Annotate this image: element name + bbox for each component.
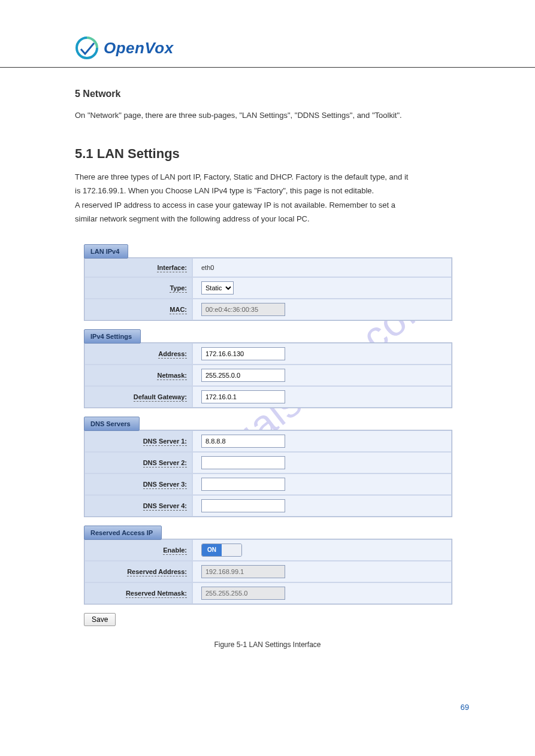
page-header: OpenVox bbox=[0, 0, 535, 68]
row-mac: MAC: bbox=[84, 299, 452, 320]
panel-heading-ipv4-settings: IPv4 Settings bbox=[84, 329, 141, 344]
brand-logo: OpenVox bbox=[75, 36, 484, 60]
mac-input bbox=[201, 303, 285, 316]
dns1-input[interactable] bbox=[201, 435, 285, 448]
gateway-input[interactable] bbox=[201, 390, 285, 403]
save-button[interactable]: Save bbox=[84, 613, 116, 626]
lan-ipv4-table: Interface: eth0 Type: Static MAC: bbox=[84, 257, 452, 321]
type-select[interactable]: Static bbox=[201, 281, 234, 294]
netmask-input[interactable] bbox=[201, 369, 285, 382]
row-enable: Enable: ON bbox=[84, 539, 452, 561]
dns4-input[interactable] bbox=[201, 499, 285, 512]
row-dns1: DNS Server 1: bbox=[84, 430, 452, 452]
toggle-knob bbox=[222, 544, 241, 556]
label-netmask: Netmask: bbox=[157, 372, 187, 380]
label-dns4: DNS Server 4: bbox=[143, 502, 187, 511]
panel-heading-dns: DNS Servers bbox=[84, 417, 140, 431]
row-interface: Interface: eth0 bbox=[84, 258, 452, 277]
row-gateway: Default Gateway: bbox=[84, 386, 452, 408]
label-reserved-netmask: Reserved Netmask: bbox=[126, 590, 187, 598]
panel-dns: DNS Servers DNS Server 1: DNS Server 2: … bbox=[84, 417, 452, 517]
section-heading: 5.1 LAN Settings bbox=[75, 146, 460, 162]
panel-heading-lan-ipv4: LAN IPv4 bbox=[84, 244, 128, 259]
panel-lan-ipv4: LAN IPv4 Interface: eth0 Type: Static MA… bbox=[84, 244, 452, 321]
desc-line: There are three types of LAN port IP, Fa… bbox=[75, 172, 408, 181]
ipv4-settings-table: Address: Netmask: Default Gateway: bbox=[84, 342, 452, 408]
brand-name: OpenVox bbox=[104, 39, 174, 57]
chapter-title: 5 Network bbox=[75, 89, 460, 99]
label-dns1: DNS Server 1: bbox=[143, 438, 187, 446]
figure-caption: Figure 5-1 LAN Settings Interface bbox=[0, 640, 535, 649]
dns3-input[interactable] bbox=[201, 478, 285, 491]
row-netmask: Netmask: bbox=[84, 365, 452, 386]
section-description: There are three types of LAN port IP, Fa… bbox=[75, 170, 460, 226]
row-address: Address: bbox=[84, 343, 452, 365]
settings-figure: LAN IPv4 Interface: eth0 Type: Static MA… bbox=[84, 244, 452, 605]
row-dns3: DNS Server 3: bbox=[84, 473, 452, 495]
reserved-table: Enable: ON Reserved Address: Reserved Ne… bbox=[84, 539, 452, 605]
openvox-logo-icon bbox=[75, 36, 99, 60]
row-reserved-netmask: Reserved Netmask: bbox=[84, 582, 452, 604]
reserved-netmask-input bbox=[201, 587, 285, 600]
page-number: 69 bbox=[0, 703, 469, 712]
panel-ipv4-settings: IPv4 Settings Address: Netmask: Default … bbox=[84, 329, 452, 408]
row-dns2: DNS Server 2: bbox=[84, 452, 452, 473]
dns-table: DNS Server 1: DNS Server 2: DNS Server 3… bbox=[84, 430, 452, 517]
chapter-description: On "Network" page, there are three sub-p… bbox=[75, 109, 460, 122]
desc-line: similar network segment with the followi… bbox=[75, 214, 310, 223]
row-reserved-address: Reserved Address: bbox=[84, 561, 452, 582]
desc-line: A reserved IP address to access in case … bbox=[75, 201, 395, 210]
reserved-address-input bbox=[201, 565, 285, 578]
desc-line: is 172.16.99.1. When you Choose LAN IPv4… bbox=[75, 186, 374, 195]
panel-heading-reserved: Reserved Access IP bbox=[84, 526, 162, 540]
label-address: Address: bbox=[158, 350, 187, 359]
label-enable: Enable: bbox=[163, 546, 187, 555]
row-dns4: DNS Server 4: bbox=[84, 495, 452, 517]
address-input[interactable] bbox=[201, 347, 285, 360]
label-dns2: DNS Server 2: bbox=[143, 459, 187, 467]
enable-toggle[interactable]: ON bbox=[201, 544, 242, 557]
toggle-on-label: ON bbox=[202, 544, 222, 556]
label-reserved-address: Reserved Address: bbox=[127, 568, 187, 576]
label-gateway: Default Gateway: bbox=[134, 393, 187, 402]
label-interface: Interface: bbox=[157, 264, 187, 272]
row-type: Type: Static bbox=[84, 277, 452, 299]
label-mac: MAC: bbox=[170, 306, 187, 314]
label-type: Type: bbox=[170, 284, 187, 293]
panel-reserved: Reserved Access IP Enable: ON Reserved A… bbox=[84, 526, 452, 605]
dns2-input[interactable] bbox=[201, 456, 285, 469]
value-interface: eth0 bbox=[201, 264, 214, 271]
label-dns3: DNS Server 3: bbox=[143, 481, 187, 489]
